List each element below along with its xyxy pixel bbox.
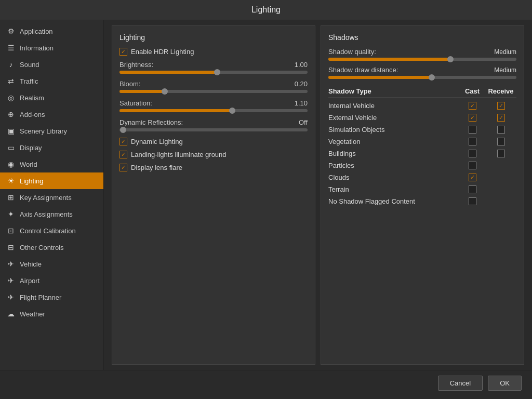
bloom-slider[interactable]	[119, 90, 308, 93]
landing-lights-checkbox[interactable]	[119, 151, 127, 158]
sidebar-icon-addons: ⊕	[6, 110, 16, 119]
sidebar-label-weather: Weather	[20, 310, 45, 318]
shadows-panel-title: Shadows	[328, 33, 516, 42]
sidebar-label-vehicle: Vehicle	[20, 260, 42, 268]
sidebar-icon-world: ◉	[6, 159, 16, 169]
sidebar-icon-application: ⚙	[6, 26, 16, 36]
sidebar-label-other: Other Controls	[20, 244, 64, 251]
bloom-value: 0.20	[295, 80, 308, 88]
sidebar-item-vehicle[interactable]: ✈ Vehicle	[0, 256, 103, 272]
shadow-row-label-6: Clouds	[328, 174, 459, 181]
sidebar-item-key[interactable]: ⊞ Key Assignments	[0, 189, 103, 206]
sidebar-icon-airport: ✈	[6, 276, 16, 285]
shadow-table-header: Shadow Type Cast Receive	[328, 85, 516, 98]
sidebar-item-scenery[interactable]: ▣ Scenery Library	[0, 123, 103, 139]
sidebar-icon-display: ▭	[6, 143, 16, 152]
sidebar-label-control: Control Calibration	[20, 227, 76, 235]
sidebar-label-lighting: Lighting	[20, 177, 44, 185]
saturation-slider[interactable]	[119, 109, 308, 112]
cancel-button[interactable]: Cancel	[438, 376, 483, 391]
sidebar-item-sound[interactable]: ♪ Sound	[0, 56, 103, 73]
shadow-draw-distance-label: Shadow draw distance:	[328, 66, 494, 74]
landing-lights-label: Landing-lights illuminate ground	[131, 151, 227, 158]
sidebar-label-sound: Sound	[20, 61, 39, 69]
sidebar-icon-control: ⊡	[6, 226, 16, 235]
shadow-draw-distance-value: Medium	[494, 66, 516, 74]
sidebar-item-traffic[interactable]: ⇄ Traffic	[0, 73, 103, 89]
lens-flare-label: Display lens flare	[131, 164, 182, 171]
lens-flare-row[interactable]: Display lens flare	[119, 164, 308, 171]
ok-button[interactable]: OK	[488, 376, 522, 391]
sidebar-label-addons: Add-ons	[20, 111, 45, 118]
shadow-row-5: Particles	[328, 159, 516, 171]
shadow-row-label-3: Vegetation	[328, 138, 459, 145]
sidebar-label-flight: Flight Planner	[20, 294, 61, 301]
shadow-row-label-5: Particles	[328, 162, 459, 169]
dynamic-reflections-slider[interactable]	[119, 128, 308, 131]
hdr-checkbox-row[interactable]: Enable HDR Lighting	[119, 48, 308, 56]
brightness-label: Brightness:	[119, 61, 153, 69]
dynamic-reflections-value: Off	[299, 118, 308, 126]
shadow-row-1: External Vehicle	[328, 112, 516, 124]
sidebar-label-information: Information	[20, 44, 54, 52]
sidebar-icon-information: ☰	[6, 43, 16, 52]
sidebar-icon-scenery: ▣	[6, 126, 16, 136]
sidebar-label-key: Key Assignments	[20, 194, 72, 202]
saturation-value: 1.10	[295, 99, 308, 107]
sidebar-label-world: World	[20, 161, 37, 168]
dynamic-reflections-label: Dynamic Reflections:	[119, 118, 183, 126]
sidebar-item-lighting[interactable]: ☀ Lighting	[0, 172, 103, 189]
sidebar-item-information[interactable]: ☰ Information	[0, 39, 103, 56]
shadow-row-label-4: Buildings	[328, 150, 459, 157]
sidebar-icon-key: ⊞	[6, 193, 16, 202]
sidebar-item-airport[interactable]: ✈ Airport	[0, 272, 103, 289]
shadow-row-6: Clouds	[328, 171, 516, 183]
landing-lights-row[interactable]: Landing-lights illuminate ground	[119, 151, 308, 158]
sidebar-label-scenery: Scenery Library	[20, 127, 67, 135]
sidebar-item-addons[interactable]: ⊕ Add-ons	[0, 106, 103, 123]
sidebar-item-other[interactable]: ⊟ Other Controls	[0, 239, 103, 256]
brightness-slider[interactable]	[119, 71, 308, 74]
sidebar-item-control[interactable]: ⊡ Control Calibration	[0, 222, 103, 239]
shadow-row-0: Internal Vehicle	[328, 100, 516, 112]
sidebar-icon-other: ⊟	[6, 243, 16, 252]
shadow-row-label-2: Simulation Objects	[328, 126, 459, 134]
title-bar: Lighting	[0, 0, 532, 20]
shadows-panel: Shadows Shadow quality: Medium Shadow dr…	[321, 25, 524, 365]
shadow-quality-slider[interactable]	[328, 58, 516, 61]
shadow-quality-label: Shadow quality:	[328, 48, 494, 56]
shadow-row-8: No Shadow Flagged Content	[328, 195, 516, 207]
sidebar-label-display: Display	[20, 144, 42, 152]
sidebar-label-application: Application	[20, 28, 53, 35]
sidebar-item-flight[interactable]: ✈ Flight Planner	[0, 289, 103, 305]
sidebar-item-display[interactable]: ▭ Display	[0, 139, 103, 156]
sidebar-label-realism: Realism	[20, 94, 44, 102]
shadow-row-label-1: External Vehicle	[328, 114, 459, 122]
shadow-row-7: Terrain	[328, 183, 516, 195]
sidebar-icon-flight: ✈	[6, 292, 16, 302]
sidebar-icon-weather: ☁	[6, 309, 16, 318]
content-area: Lighting Enable HDR Lighting Brightness:…	[104, 20, 532, 370]
sidebar-item-world[interactable]: ◉ World	[0, 156, 103, 172]
sidebar-icon-realism: ◎	[6, 93, 16, 102]
shadow-row-4: Buildings	[328, 148, 516, 159]
lighting-panel: Lighting Enable HDR Lighting Brightness:…	[112, 25, 315, 365]
sidebar-item-realism[interactable]: ◎ Realism	[0, 89, 103, 106]
lighting-panel-title: Lighting	[119, 33, 308, 42]
dynamic-lighting-row[interactable]: Dynamic Lighting	[119, 138, 308, 145]
sidebar-icon-traffic: ⇄	[6, 76, 16, 86]
saturation-label: Saturation:	[119, 99, 152, 107]
sidebar-item-weather[interactable]: ☁ Weather	[0, 305, 103, 322]
shadow-draw-distance-slider[interactable]	[328, 76, 516, 79]
hdr-checkbox[interactable]	[119, 48, 127, 56]
shadow-quality-value: Medium	[494, 48, 516, 56]
shadow-row-2: Simulation Objects	[328, 124, 516, 136]
footer: Cancel OK	[0, 370, 532, 396]
sidebar-label-traffic: Traffic	[20, 77, 38, 85]
lens-flare-checkbox[interactable]	[119, 164, 127, 171]
sidebar-item-axis[interactable]: ✦ Axis Assignments	[0, 206, 103, 222]
shadow-row-label-8: No Shadow Flagged Content	[328, 197, 459, 205]
sidebar-item-application[interactable]: ⚙ Application	[0, 23, 103, 39]
hdr-label: Enable HDR Lighting	[131, 48, 194, 56]
dynamic-lighting-checkbox[interactable]	[119, 138, 127, 145]
